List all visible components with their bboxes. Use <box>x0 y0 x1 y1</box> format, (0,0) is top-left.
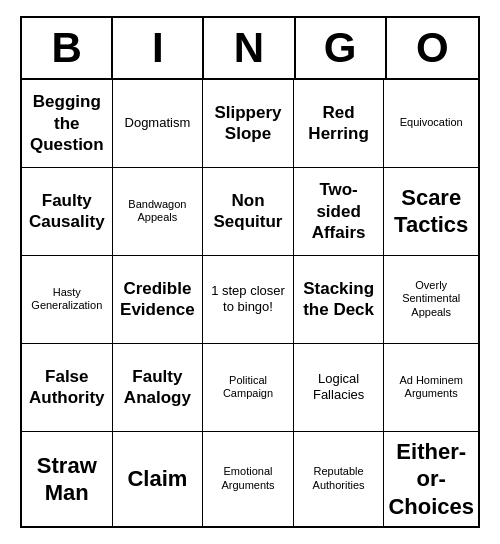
cell-text-22: Emotional Arguments <box>207 465 289 493</box>
cell-text-16: Faulty Analogy <box>117 366 199 409</box>
bingo-header: BINGO <box>22 18 478 80</box>
cell-text-14: Overly Sentimental Appeals <box>388 279 474 320</box>
bingo-letter-b: B <box>22 18 113 78</box>
bingo-letter-o: O <box>387 18 478 78</box>
cell-text-23: Reputable Authorities <box>298 465 380 493</box>
cell-text-9: Scare Tactics <box>388 184 474 239</box>
bingo-cell-5[interactable]: Faulty Causality <box>22 168 113 256</box>
bingo-cell-2[interactable]: Slippery Slope <box>203 80 294 168</box>
bingo-cell-12[interactable]: 1 step closer to bingo! <box>203 256 294 344</box>
cell-text-3: Red Herring <box>298 102 380 145</box>
bingo-cell-6[interactable]: Bandwagon Appeals <box>113 168 204 256</box>
cell-text-13: Stacking the Deck <box>298 278 380 321</box>
bingo-cell-14[interactable]: Overly Sentimental Appeals <box>384 256 478 344</box>
bingo-cell-8[interactable]: Two-sided Affairs <box>294 168 385 256</box>
cell-text-19: Ad Hominem Arguments <box>388 374 474 402</box>
bingo-card: BINGO Begging the QuestionDogmatismSlipp… <box>20 16 480 529</box>
cell-text-11: Credible Evidence <box>117 278 199 321</box>
cell-text-17: Political Campaign <box>207 374 289 402</box>
bingo-cell-15[interactable]: False Authority <box>22 344 113 432</box>
cell-text-21: Claim <box>127 465 187 493</box>
bingo-cell-20[interactable]: Straw Man <box>22 432 113 527</box>
cell-text-0: Begging the Question <box>26 91 108 155</box>
bingo-cell-3[interactable]: Red Herring <box>294 80 385 168</box>
bingo-grid: Begging the QuestionDogmatismSlippery Sl… <box>22 80 478 527</box>
bingo-cell-1[interactable]: Dogmatism <box>113 80 204 168</box>
cell-text-12: 1 step closer to bingo! <box>207 283 289 316</box>
bingo-letter-i: I <box>113 18 204 78</box>
cell-text-8: Two-sided Affairs <box>298 179 380 243</box>
cell-text-10: Hasty Generalization <box>26 286 108 314</box>
cell-text-4: Equivocation <box>400 116 463 130</box>
bingo-cell-22[interactable]: Emotional Arguments <box>203 432 294 527</box>
cell-text-15: False Authority <box>26 366 108 409</box>
bingo-cell-7[interactable]: Non Sequitur <box>203 168 294 256</box>
cell-text-18: Logical Fallacies <box>298 371 380 404</box>
bingo-cell-10[interactable]: Hasty Generalization <box>22 256 113 344</box>
bingo-letter-n: N <box>204 18 295 78</box>
cell-text-2: Slippery Slope <box>207 102 289 145</box>
bingo-cell-0[interactable]: Begging the Question <box>22 80 113 168</box>
bingo-cell-18[interactable]: Logical Fallacies <box>294 344 385 432</box>
bingo-cell-16[interactable]: Faulty Analogy <box>113 344 204 432</box>
cell-text-7: Non Sequitur <box>207 190 289 233</box>
bingo-cell-4[interactable]: Equivocation <box>384 80 478 168</box>
bingo-cell-9[interactable]: Scare Tactics <box>384 168 478 256</box>
cell-text-20: Straw Man <box>26 452 108 507</box>
bingo-cell-19[interactable]: Ad Hominem Arguments <box>384 344 478 432</box>
bingo-cell-21[interactable]: Claim <box>113 432 204 527</box>
bingo-cell-13[interactable]: Stacking the Deck <box>294 256 385 344</box>
bingo-cell-11[interactable]: Credible Evidence <box>113 256 204 344</box>
cell-text-24: Either-or-Choices <box>388 438 474 521</box>
bingo-cell-17[interactable]: Political Campaign <box>203 344 294 432</box>
cell-text-1: Dogmatism <box>125 115 191 131</box>
bingo-letter-g: G <box>296 18 387 78</box>
cell-text-6: Bandwagon Appeals <box>117 198 199 226</box>
bingo-cell-23[interactable]: Reputable Authorities <box>294 432 385 527</box>
cell-text-5: Faulty Causality <box>26 190 108 233</box>
bingo-cell-24[interactable]: Either-or-Choices <box>384 432 478 527</box>
